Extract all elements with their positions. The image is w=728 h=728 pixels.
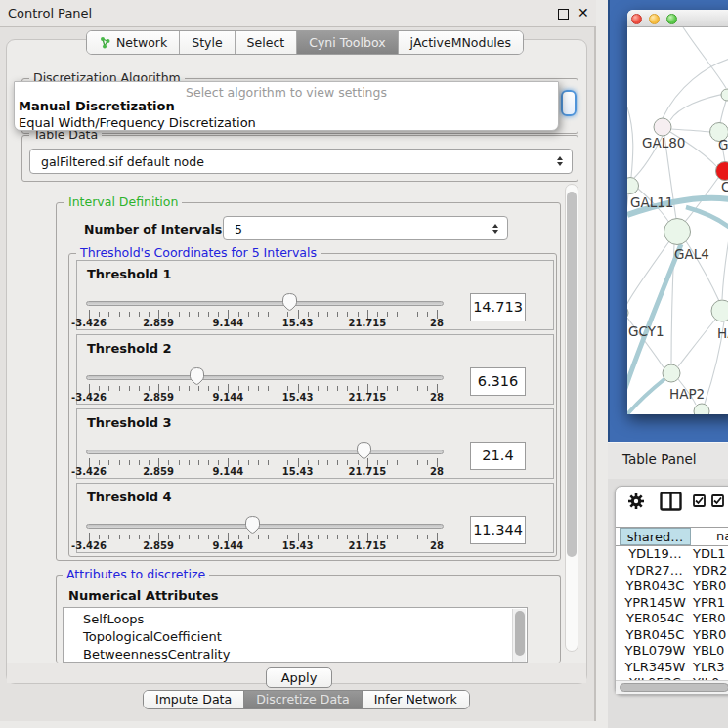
network-node-label: GAL4 xyxy=(674,246,709,262)
table-row[interactable]: YLR345WYLR3 xyxy=(616,660,728,676)
slider-tick xyxy=(99,312,100,317)
slider-tick xyxy=(318,312,319,317)
network-node[interactable] xyxy=(694,404,709,414)
slider-thumb[interactable] xyxy=(281,292,298,312)
slider-tick xyxy=(179,535,180,539)
threshold-value-field[interactable]: 6.316 xyxy=(470,367,526,396)
table-row[interactable]: YBL079WYBL0 xyxy=(616,643,728,660)
close-traffic-light-icon[interactable] xyxy=(631,14,642,24)
num-intervals-combo[interactable]: 5 xyxy=(223,216,508,240)
network-node-label: HA xyxy=(717,325,728,341)
slider-tick xyxy=(149,535,150,539)
threshold-value-field[interactable]: 21.4 xyxy=(470,442,526,470)
table-row[interactable]: YDR27…YDR2 xyxy=(616,563,728,579)
bottom-tab-infer-network[interactable]: Infer Network xyxy=(362,691,469,708)
network-node[interactable] xyxy=(654,118,671,136)
gear-icon[interactable] xyxy=(627,492,645,510)
cell-shared-name: YBL079W xyxy=(620,643,691,658)
cell-name: YBL0 xyxy=(693,643,724,658)
table-data-combo[interactable]: galFiltered.sif default node xyxy=(29,149,573,174)
popup-item-manual-discretization[interactable]: Manual Discretization xyxy=(19,99,175,113)
threshold-block-1: Threshold 1-3.4262.8599.14415.4321.71528… xyxy=(76,260,554,330)
threshold-value-field[interactable]: 14.713 xyxy=(470,293,526,321)
tab-jactivemnodules[interactable]: jActiveMNodules xyxy=(398,31,523,54)
attribute-item[interactable]: TopologicalCoefficient xyxy=(83,629,222,644)
attributes-group-title: Attributes to discretize xyxy=(63,568,209,581)
slider-tick xyxy=(208,535,209,539)
combo-stepper-icon xyxy=(557,156,563,166)
network-edge xyxy=(627,107,633,177)
tab-cyni-toolbox[interactable]: Cyni Toolbox xyxy=(296,31,397,54)
slider-tick xyxy=(347,460,348,465)
slider-thumb[interactable] xyxy=(356,441,372,460)
slider-tick-label: 28 xyxy=(430,540,444,551)
cell-shared-name: YBR043C xyxy=(620,578,691,593)
minimize-traffic-light-icon[interactable] xyxy=(649,14,660,24)
network-edge xyxy=(720,101,726,123)
split-view-icon[interactable] xyxy=(660,492,682,511)
slider-tick xyxy=(179,312,180,317)
slider-track[interactable] xyxy=(86,301,444,306)
slider-tick xyxy=(149,460,150,465)
close-icon[interactable]: ✕ xyxy=(578,5,589,21)
table-row[interactable]: YDL19…YDL1 xyxy=(616,546,728,563)
cell-shared-name: YDL19… xyxy=(620,546,691,561)
table-horizontal-scrollbar[interactable] xyxy=(616,680,728,694)
numerical-attributes-list[interactable]: SelfLoopsTopologicalCoefficientBetweenne… xyxy=(63,607,528,663)
algorithm-combo-placeholder: Select algorithm to view settings xyxy=(15,85,558,100)
network-node[interactable] xyxy=(627,178,639,194)
slider-track[interactable] xyxy=(86,375,444,380)
network-canvas[interactable]: GAL80GACAGAL11GAL4GCY1HAHAP2 xyxy=(627,27,728,414)
checkbox-checked-icon[interactable] xyxy=(693,494,706,507)
tab-network[interactable]: Network xyxy=(87,31,179,54)
network-node[interactable] xyxy=(711,300,728,321)
slider-tick xyxy=(407,535,407,539)
table-row[interactable]: YBR043CYBR0 xyxy=(616,578,728,595)
slider-tick xyxy=(337,460,338,465)
slider-tick xyxy=(407,460,407,465)
bottom-tab-impute-data[interactable]: Impute Data xyxy=(144,691,243,708)
num-intervals-value: 5 xyxy=(235,221,242,236)
slider-tick xyxy=(397,460,398,465)
slider-track[interactable] xyxy=(86,524,444,529)
column-header-shared[interactable]: shared… xyxy=(620,528,691,545)
control-panel-title: Control Panel xyxy=(8,6,92,21)
table-row[interactable]: YPR145WYPR1 xyxy=(616,595,728,612)
slider-track[interactable] xyxy=(86,450,444,454)
bottom-tab-discretize-data[interactable]: Discretize Data xyxy=(243,691,361,708)
network-node[interactable] xyxy=(721,89,728,101)
slider-tick xyxy=(238,535,239,539)
table-row[interactable]: YBR045CYBR0 xyxy=(616,627,728,644)
cell-name: YBR0 xyxy=(693,578,726,593)
slider-tick xyxy=(327,312,328,317)
popup-item-equal-width[interactable]: Equal Width/Frequency Discretization xyxy=(19,115,256,130)
network-window-titlebar xyxy=(627,10,728,27)
zoom-traffic-light-icon[interactable] xyxy=(666,14,677,24)
attributes-list-scrollbar[interactable] xyxy=(512,609,526,663)
float-window-icon[interactable] xyxy=(558,9,569,20)
slider-thumb[interactable] xyxy=(189,366,205,386)
threshold-value-field[interactable]: 11.344 xyxy=(470,516,526,544)
cell-shared-name: YLR345W xyxy=(620,660,691,674)
network-node[interactable] xyxy=(664,219,691,245)
slider-tick xyxy=(318,386,319,391)
main-scrollbar[interactable] xyxy=(565,184,578,652)
attribute-item[interactable]: SelfLoops xyxy=(83,612,144,626)
tab-style[interactable]: Style xyxy=(179,31,234,54)
algorithm-combo-button[interactable] xyxy=(561,90,577,116)
slider-tick xyxy=(129,535,130,539)
network-node-label: HAP2 xyxy=(669,386,705,402)
apply-button[interactable]: Apply xyxy=(266,667,332,688)
slider-tick xyxy=(427,460,428,465)
slider-thumb[interactable] xyxy=(244,515,261,535)
network-node[interactable] xyxy=(716,162,728,181)
tab-select[interactable]: Select xyxy=(235,31,297,54)
control-panel-titlebar: Control Panel ✕ xyxy=(0,0,596,27)
network-node[interactable] xyxy=(663,364,680,382)
table-header-row: shared… na xyxy=(616,527,728,546)
slider-tick xyxy=(387,460,388,465)
column-header-name[interactable]: na xyxy=(691,528,728,545)
checkbox-checked-icon-2[interactable] xyxy=(711,494,724,507)
attribute-item[interactable]: BetweennessCentrality xyxy=(83,647,230,662)
table-row[interactable]: YER054CYER0 xyxy=(616,611,728,627)
